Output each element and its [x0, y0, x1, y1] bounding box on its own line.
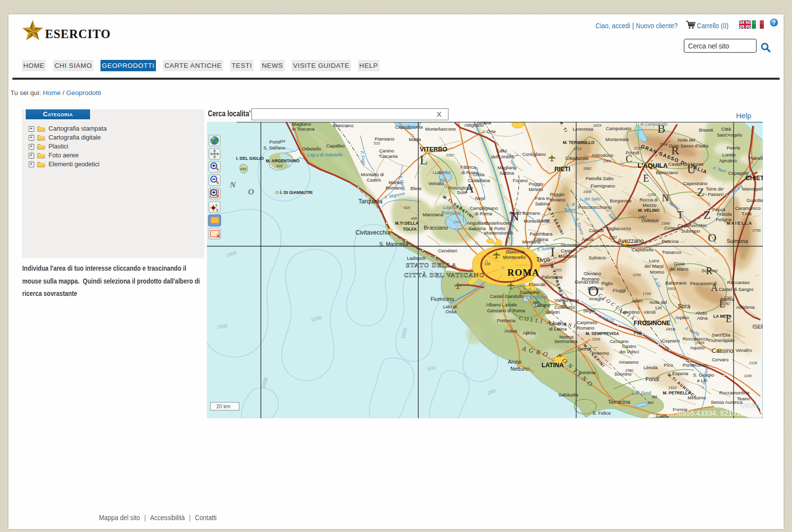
- svg-text:Capodimonte: Capodimonte: [395, 124, 423, 130]
- svg-text:Forano: Forano: [513, 178, 528, 183]
- svg-text:Roccaraso: Roccaraso: [727, 280, 749, 285]
- svg-text:1338855.43334, 5219128.20450: 1338855.43334, 5219128.20450: [666, 409, 763, 417]
- svg-text:1180: 1180: [744, 374, 752, 378]
- svg-text:Marta: Marta: [409, 137, 421, 142]
- svg-text:Ladispoli: Ladispoli: [407, 255, 426, 261]
- svg-text:Orbetello: Orbetello: [302, 146, 321, 151]
- svg-text:Isola del: Isola del: [649, 299, 667, 305]
- svg-text:Borgorose: Borgorose: [610, 198, 632, 203]
- svg-text:Aprutino: Aprutino: [719, 158, 737, 163]
- svg-text:2247: 2247: [723, 295, 733, 300]
- svg-text:Castro: Castro: [622, 343, 636, 349]
- svg-text:2215: 2215: [573, 146, 582, 151]
- svg-text:Tivoli: Tivoli: [536, 256, 550, 263]
- svg-text:Campagnano: Campagnano: [470, 205, 498, 211]
- svg-text:L: L: [420, 153, 428, 167]
- svg-text:Anzio: Anzio: [508, 359, 522, 365]
- svg-text:di Porto: di Porto: [489, 226, 505, 231]
- svg-text:Bracciano: Bracciano: [424, 225, 448, 231]
- svg-text:L. del Salto: L. del Salto: [580, 196, 601, 201]
- svg-text:Lago di: Lago di: [443, 205, 458, 210]
- svg-text:Passeri: Passeri: [708, 192, 724, 197]
- svg-text:Pontecorvo: Pontecorvo: [683, 362, 706, 368]
- svg-text:TOLFA: TOLFA: [403, 227, 417, 232]
- svg-text:Pescina: Pescina: [662, 239, 679, 244]
- svg-text:Mezzo: Mezzo: [643, 202, 656, 208]
- svg-text:Segni: Segni: [583, 308, 595, 313]
- svg-text:Sabina: Sabina: [534, 237, 548, 242]
- svg-text:20 km: 20 km: [216, 403, 231, 409]
- svg-text:Castel Gandolfo: Castel Gandolfo: [490, 293, 524, 299]
- svg-text:Tagliacozzo: Tagliacozzo: [606, 226, 631, 231]
- svg-text:L. di: L. di: [567, 202, 575, 207]
- svg-text:Penne: Penne: [727, 145, 740, 150]
- svg-text:164: 164: [453, 220, 460, 224]
- svg-text:Carpineto: Carpineto: [577, 320, 597, 325]
- svg-text:Manziana: Manziana: [423, 212, 444, 217]
- svg-text:Lènola: Lènola: [644, 365, 658, 370]
- svg-text:Sant'Angelo: Sant'Angelo: [717, 132, 742, 138]
- svg-text:M. TERMINILLO: M. TERMINILLO: [563, 140, 594, 145]
- svg-text:1829: 1829: [593, 123, 602, 128]
- svg-text:Paliano: Paliano: [588, 286, 603, 291]
- svg-text:Sulmona: Sulmona: [727, 238, 748, 244]
- svg-text:633: 633: [276, 164, 283, 168]
- svg-text:Carsoli: Carsoli: [589, 228, 604, 233]
- svg-text:Genzano di Roma: Genzano di Roma: [487, 308, 525, 313]
- svg-text:Pofi: Pofi: [634, 330, 642, 336]
- svg-text:Guidonia: Guidonia: [506, 249, 525, 254]
- svg-text:Castelvecchio: Castelvecchio: [678, 223, 707, 228]
- svg-text:1533: 1533: [668, 386, 677, 390]
- svg-text:Celano: Celano: [664, 225, 679, 231]
- svg-text:Orte: Orte: [487, 129, 495, 134]
- svg-text:S. Stéfano: S. Stéfano: [263, 145, 285, 150]
- svg-text:616: 616: [404, 205, 410, 210]
- svg-text:1292: 1292: [435, 171, 444, 175]
- svg-text:Sora: Sora: [678, 303, 691, 310]
- svg-text:FROSINONE: FROSINONE: [634, 320, 670, 327]
- svg-text:Àrsoli: Àrsoli: [582, 237, 594, 242]
- svg-text:Vicovaro: Vicovaro: [561, 242, 579, 247]
- svg-text:Cervèteri: Cervèteri: [438, 248, 457, 253]
- svg-text:Fàbrica: Fàbrica: [460, 164, 476, 170]
- svg-text:Turano: Turano: [564, 207, 577, 212]
- svg-text:Loreto: Loreto: [722, 152, 736, 157]
- svg-text:ROMA: ROMA: [507, 267, 540, 278]
- svg-text:Roccamonfina: Roccamonfina: [719, 390, 749, 395]
- svg-text:Pescasseroli: Pescasseroli: [690, 281, 717, 286]
- svg-text:138: 138: [484, 262, 491, 266]
- svg-text:Torre de': Torre de': [706, 186, 724, 192]
- svg-text:N: N: [229, 180, 236, 190]
- svg-text:Velletri: Velletri: [545, 309, 560, 315]
- svg-text:Bisenti: Bisenti: [699, 127, 713, 133]
- svg-text:1734: 1734: [643, 291, 651, 296]
- svg-text:M. VELINO: M. VELINO: [638, 208, 660, 213]
- svg-text:Campotosto: Campotosto: [606, 126, 631, 131]
- svg-text:Sutri: Sutri: [457, 190, 467, 195]
- svg-text:Madama: Madama: [558, 253, 577, 259]
- svg-text:CITTÀ DEL VATICANO: CITTÀ DEL VATICANO: [404, 271, 485, 279]
- svg-text:2795: 2795: [752, 228, 761, 233]
- svg-text:Avezzano: Avezzano: [618, 238, 644, 244]
- svg-text:Ostia: Ostia: [446, 309, 457, 314]
- svg-text:M. PETRELLA: M. PETRELLA: [663, 390, 691, 395]
- svg-text:956: 956: [533, 300, 539, 305]
- svg-text:T: T: [677, 209, 683, 220]
- svg-text:Manciano: Manciano: [333, 123, 353, 128]
- svg-text:Sabina: Sabina: [535, 201, 550, 206]
- svg-text:M.TI DELLA: M.TI DELLA: [395, 221, 419, 226]
- svg-text:Sermoneta: Sermoneta: [554, 339, 578, 344]
- svg-text:Z: Z: [697, 186, 704, 198]
- svg-text:Capestrano: Capestrano: [683, 181, 707, 186]
- svg-text:1368: 1368: [542, 218, 550, 223]
- svg-text:Calvi: Calvi: [496, 148, 507, 153]
- svg-text:Castel di Sangro: Castel di Sangro: [719, 287, 753, 292]
- svg-text:Canino: Canino: [379, 148, 394, 153]
- svg-text:Pontinia: Pontinia: [579, 370, 596, 375]
- svg-text:Castel del Monte: Castel del Monte: [668, 161, 703, 167]
- svg-text:Ceprano: Ceprano: [662, 338, 680, 343]
- svg-text:S. Marinella: S. Marinella: [379, 241, 408, 247]
- svg-text:Montalto di: Montalto di: [361, 172, 384, 177]
- svg-text:di Roma: di Roma: [461, 170, 479, 175]
- svg-text:Luco: Luco: [649, 258, 659, 263]
